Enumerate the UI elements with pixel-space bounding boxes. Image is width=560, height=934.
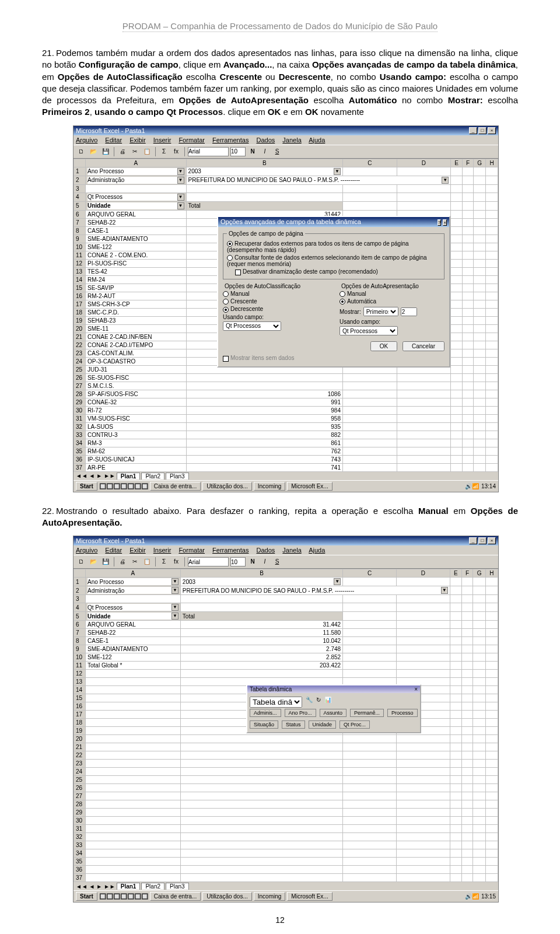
radio-automatic[interactable]: Automática xyxy=(340,298,444,305)
tray-icons[interactable]: 🔊📶 xyxy=(465,893,479,900)
menu-item[interactable]: Ferramentas xyxy=(212,137,249,144)
dialog-titlebar[interactable]: Opções avançadas de campo da tabela dinâ… xyxy=(218,217,449,227)
col-header[interactable]: E xyxy=(451,159,463,167)
sheet-tabs[interactable]: ◄◄ ◄ ► ►► Plan1 Plan2 Plan3 xyxy=(74,882,498,890)
col-header[interactable]: B xyxy=(186,159,342,167)
pivot-field-item[interactable]: Permanê... xyxy=(350,709,384,717)
close-icon[interactable]: × xyxy=(488,537,496,544)
help-icon[interactable]: ? xyxy=(438,219,441,226)
col-header[interactable]: E xyxy=(450,569,461,578)
col-header[interactable]: A xyxy=(86,159,187,167)
menu-item[interactable]: Editar xyxy=(105,137,122,144)
start-button[interactable]: Start xyxy=(76,482,97,491)
sum-icon[interactable]: Σ xyxy=(159,146,169,157)
maximize-icon[interactable]: □ xyxy=(478,127,487,134)
floatbar-title[interactable]: Tabela dinâmica × xyxy=(247,685,420,693)
pivot-field-item[interactable]: Unidade xyxy=(309,720,337,729)
open-icon[interactable]: 📂 xyxy=(88,146,99,157)
pivot-field-item[interactable]: Ano Pro... xyxy=(285,709,316,717)
sheet-tab[interactable]: Plan2 xyxy=(141,883,164,890)
using-field-combo[interactable]: Qt Processos xyxy=(340,326,398,335)
taskbar-item[interactable]: Caixa de entra... xyxy=(150,892,201,901)
cancel-button[interactable]: Cancelar xyxy=(402,341,444,351)
fontsize-combo[interactable] xyxy=(230,147,246,156)
radio-descending[interactable]: Decrescente xyxy=(223,306,328,312)
cut-icon[interactable]: ✂ xyxy=(130,146,140,157)
col-header[interactable]: G xyxy=(473,569,486,578)
new-icon[interactable]: 🗋 xyxy=(76,146,86,157)
sheet-tab[interactable]: Plan3 xyxy=(166,883,189,890)
wizard-icon[interactable]: 🔧 xyxy=(306,697,313,708)
col-header[interactable] xyxy=(74,159,86,167)
fx-icon[interactable]: fx xyxy=(171,146,181,157)
checkbox-option[interactable]: Desativar dinamização deste campo (recom… xyxy=(235,268,440,275)
menu-item[interactable]: Ajuda xyxy=(309,547,325,554)
copy-icon[interactable]: 📋 xyxy=(142,557,152,567)
menu-item[interactable]: Inserir xyxy=(153,137,172,144)
taskbar-item[interactable]: Microsoft Ex... xyxy=(287,482,332,491)
show-count[interactable] xyxy=(401,307,417,316)
close-icon[interactable]: × xyxy=(443,219,447,226)
sheet-tabs[interactable]: ◄◄ ◄ ► ►► Plan1 Plan2 Plan3 xyxy=(74,472,498,480)
fx-icon[interactable]: fx xyxy=(171,557,181,567)
minimize-icon[interactable]: _ xyxy=(469,127,477,134)
radio-manual[interactable]: Manual xyxy=(340,291,444,297)
new-icon[interactable]: 🗋 xyxy=(76,557,86,567)
close-icon[interactable]: × xyxy=(414,686,418,692)
bold-icon[interactable]: N xyxy=(247,146,258,157)
menu-item[interactable]: Formatar xyxy=(178,547,205,554)
col-header[interactable]: F xyxy=(463,159,474,167)
taskbar-item[interactable]: Incoming xyxy=(254,482,286,491)
chart-icon[interactable]: 📊 xyxy=(324,697,331,708)
start-button[interactable]: Start xyxy=(76,892,97,901)
print-icon[interactable]: 🖨 xyxy=(117,557,128,567)
col-header[interactable]: F xyxy=(461,569,473,578)
col-header[interactable]: D xyxy=(396,569,450,578)
copy-icon[interactable]: 📋 xyxy=(142,146,152,157)
col-header[interactable]: G xyxy=(473,159,485,167)
pivot-field-item[interactable]: Processo xyxy=(387,709,418,717)
using-field-combo[interactable]: Qt Processos xyxy=(223,321,281,331)
col-header[interactable]: B xyxy=(180,569,342,578)
menu-item[interactable]: Arquivo xyxy=(76,137,97,144)
pivot-field-item[interactable]: Situação xyxy=(250,720,278,729)
col-header[interactable] xyxy=(74,569,86,578)
menu-item[interactable]: Inserir xyxy=(153,547,172,554)
sum-icon[interactable]: Σ xyxy=(159,557,169,567)
menu-item[interactable]: Ferramentas xyxy=(212,547,249,554)
toolbar[interactable]: 🗋 📂 💾 🖨 ✂ 📋 Σ fx N I S xyxy=(74,145,498,159)
menu-item[interactable]: Formatar xyxy=(178,137,205,144)
taskbar-item[interactable]: Incoming xyxy=(254,892,286,901)
menu-item[interactable]: Ajuda xyxy=(309,137,325,144)
menu-item[interactable]: Arquivo xyxy=(76,547,97,554)
taskbar-item[interactable]: Utilização dos... xyxy=(202,892,252,901)
radio-manual[interactable]: Manual xyxy=(223,291,328,297)
italic-icon[interactable]: I xyxy=(260,146,270,157)
col-header[interactable]: C xyxy=(342,159,397,167)
menubar[interactable]: Arquivo Editar Exibir Inserir Formatar F… xyxy=(74,545,498,555)
ok-button[interactable]: OK xyxy=(370,341,397,351)
underline-icon[interactable]: S xyxy=(272,557,282,567)
menubar[interactable]: Arquivo Editar Exibir Inserir Formatar F… xyxy=(74,135,498,145)
taskbar[interactable]: Start 🔲🔲🔲🔲🔲🔲🔲 Caixa de entra... Utilizaç… xyxy=(74,480,498,492)
fontsize-combo[interactable] xyxy=(230,557,246,566)
col-header[interactable]: C xyxy=(343,569,397,578)
font-combo[interactable] xyxy=(188,147,229,156)
sheet-tab[interactable]: Plan2 xyxy=(141,473,164,480)
tray-icons[interactable]: 🔊📶 xyxy=(465,483,479,489)
menu-item[interactable]: Dados xyxy=(256,547,275,554)
menu-item[interactable]: Janela xyxy=(282,547,301,554)
radio-option[interactable]: Consultar fonte de dados externos seleci… xyxy=(227,254,440,267)
menu-item[interactable]: Exibir xyxy=(130,137,146,144)
radio-ascending[interactable]: Crescente xyxy=(223,298,328,305)
menu-item[interactable]: Janela xyxy=(282,137,301,144)
refresh-icon[interactable]: ↻ xyxy=(316,697,321,708)
pivot-field-item[interactable]: Status xyxy=(282,720,305,729)
taskbar-item[interactable]: Caixa de entra... xyxy=(150,482,201,491)
titlebar[interactable]: Microsoft Excel - Pasta1 _ □ × xyxy=(74,536,498,545)
col-header[interactable]: H xyxy=(486,159,498,167)
pivot-field-item[interactable]: Assunto xyxy=(320,709,347,717)
cut-icon[interactable]: ✂ xyxy=(130,557,140,567)
underline-icon[interactable]: S xyxy=(272,146,282,157)
sheet-tab[interactable]: Plan1 xyxy=(117,473,141,480)
